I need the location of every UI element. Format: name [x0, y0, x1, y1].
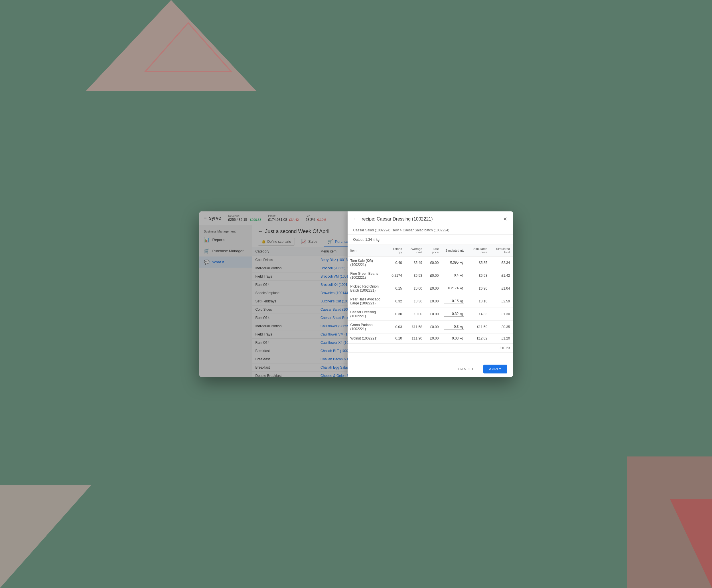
svg-marker-1: [146, 23, 231, 71]
dialog-col-last-price: Last price: [425, 245, 442, 256]
dialog-subtitle: Caesar Salad (1002224), serv > Caesar Sa…: [348, 227, 513, 235]
dialog-total-row: £10.23: [348, 343, 513, 352]
dialog-cell-avg-cost: £6.53: [405, 269, 425, 282]
simulated-qty-input[interactable]: [444, 298, 464, 304]
dialog-cell-sim-qty[interactable]: [441, 295, 467, 308]
dialog-back-button[interactable]: ←: [353, 216, 359, 222]
dialog-cell-sim-total: £1.42: [490, 269, 513, 282]
dialog-cell-avg-cost: £11.90: [405, 333, 425, 343]
dialog-cell-historic-qty: 0.2174: [386, 269, 405, 282]
app-window: ≡ syrve Revenue: £256,436.15 +£290.53 Pr…: [199, 211, 513, 377]
dialog-cell-last-price: £0.00: [425, 256, 442, 269]
dialog-cell-last-price: £0.00: [425, 333, 442, 343]
dialog-cell-sim-total: £2.59: [490, 295, 513, 308]
dialog-cell-sim-total: £1.20: [490, 333, 513, 343]
dialog-cell-item[interactable]: Pickled Red Onion Batch (1002221): [348, 282, 387, 295]
dialog-table-row: Grana Padano (1002221) 0.03 £11.58 £0.00…: [348, 320, 513, 333]
dialog-cell-item[interactable]: Caesar Dressing (1002221): [348, 308, 387, 320]
dialog-cell-last-price: £0.00: [425, 295, 442, 308]
dialog-table-row: Wolnut (1002221) 0.10 £11.90 £0.00 £12.0…: [348, 333, 513, 343]
dialog-cell-historic-qty: 0.32: [386, 295, 405, 308]
dialog-close-button[interactable]: ✕: [503, 216, 507, 222]
dialog-cell-sim-qty[interactable]: [441, 308, 467, 320]
dialog-table-row: Caesar Dressing (1002221) 0.30 £0.00 £0.…: [348, 308, 513, 320]
dialog-col-sim-qty: Simulated qty: [441, 245, 467, 256]
dialog-title: recipe: Caesar Dressing (1002221): [362, 216, 500, 222]
dialog-cell-avg-cost: £0.00: [405, 308, 425, 320]
dialog-table-row: Pickled Red Onion Batch (1002221) 0.15 £…: [348, 282, 513, 295]
dialog-col-sim-total: Simulated total: [490, 245, 513, 256]
dialog-col-item: Item: [348, 245, 387, 256]
dialog-cell-historic-qty: 0.30: [386, 308, 405, 320]
dialog-cell-sim-price: £11.59: [467, 320, 490, 333]
dialog-col-avg-cost: Average cost: [405, 245, 425, 256]
dialog-col-historic-qty: Historic qty: [386, 245, 405, 256]
dialog-cell-avg-cost: £11.58: [405, 320, 425, 333]
dialog-cell-last-price: £0.00: [425, 282, 442, 295]
dialog-table-container: Item Historic qty Average cost Last pric…: [348, 245, 513, 361]
cancel-button[interactable]: CANCEL: [453, 364, 480, 374]
simulated-qty-input[interactable]: [444, 324, 464, 330]
dialog-cell-item: Grana Padano (1002221): [348, 320, 387, 333]
simulated-qty-input[interactable]: [444, 286, 464, 291]
dialog-cell-historic-qty: 0.03: [386, 320, 405, 333]
dialog-cell-item: Fine Green Beans (1002221): [348, 269, 387, 282]
dialog-cell-sim-total: £1.04: [490, 282, 513, 295]
simulated-qty-input[interactable]: [444, 336, 464, 341]
simulated-qty-input[interactable]: [444, 260, 464, 265]
dialog-cell-sim-total: £1.30: [490, 308, 513, 320]
dialog-overlay: ← recipe: Caesar Dressing (1002221) ✕ Ca…: [199, 211, 513, 377]
dialog-cell-avg-cost: £8.36: [405, 295, 425, 308]
dialog-cell-historic-qty: 0.40: [386, 256, 405, 269]
dialog-cell-sim-price: £5.85: [467, 256, 490, 269]
simulated-qty-input[interactable]: [444, 273, 464, 278]
dialog-table-row: Fine Green Beans (1002221) 0.2174 £6.53 …: [348, 269, 513, 282]
dialog-cell-sim-qty[interactable]: [441, 333, 467, 343]
svg-marker-2: [627, 457, 712, 588]
svg-marker-0: [86, 0, 257, 91]
dialog-cell-sim-price: £6.53: [467, 269, 490, 282]
dialog-cell-item: Pear Hass Avocado Large (1002221): [348, 295, 387, 308]
dialog-output: Output: 1.34 × kg: [348, 235, 513, 245]
dialog-cell-avg-cost: £5.49: [405, 256, 425, 269]
dialog-cell-avg-cost: £0.00: [405, 282, 425, 295]
dialog-cell-sim-total: £0.35: [490, 320, 513, 333]
dialog-panel: ← recipe: Caesar Dressing (1002221) ✕ Ca…: [348, 211, 513, 377]
dialog-cell-item: Wolnut (1002221): [348, 333, 387, 343]
dialog-cell-sim-qty[interactable]: [441, 256, 467, 269]
dialog-table-row: Pear Hass Avocado Large (1002221) 0.32 £…: [348, 295, 513, 308]
dialog-cell-historic-qty: 0.10: [386, 333, 405, 343]
total-value: £10.23: [490, 343, 513, 352]
dialog-cell-sim-qty[interactable]: [441, 269, 467, 282]
dialog-cell-sim-qty[interactable]: [441, 282, 467, 295]
dialog-cell-last-price: £0.00: [425, 320, 442, 333]
dialog-table-row: Torn Kale (KG) (1002221) 0.40 £5.49 £0.0…: [348, 256, 513, 269]
dialog-table: Item Historic qty Average cost Last pric…: [348, 245, 513, 353]
total-label: [348, 343, 491, 352]
dialog-cell-last-price: £0.00: [425, 269, 442, 282]
dialog-cell-sim-price: £8.10: [467, 295, 490, 308]
dialog-cell-sim-qty[interactable]: [441, 320, 467, 333]
dialog-cell-sim-price: £6.90: [467, 282, 490, 295]
dialog-footer: CANCEL APPLY: [348, 361, 513, 377]
dialog-cell-item: Torn Kale (KG) (1002221): [348, 256, 387, 269]
svg-marker-3: [670, 499, 712, 588]
simulated-qty-input[interactable]: [444, 311, 464, 317]
dialog-cell-last-price: £0.00: [425, 308, 442, 320]
dialog-cell-sim-price: £12.02: [467, 333, 490, 343]
dialog-header: ← recipe: Caesar Dressing (1002221) ✕: [348, 211, 513, 227]
dialog-cell-sim-total: £2.34: [490, 256, 513, 269]
dialog-cell-historic-qty: 0.15: [386, 282, 405, 295]
svg-marker-4: [0, 485, 91, 588]
dialog-cell-sim-price: £4.33: [467, 308, 490, 320]
dialog-col-sim-price: Simulated price: [467, 245, 490, 256]
apply-button[interactable]: APPLY: [483, 364, 507, 374]
